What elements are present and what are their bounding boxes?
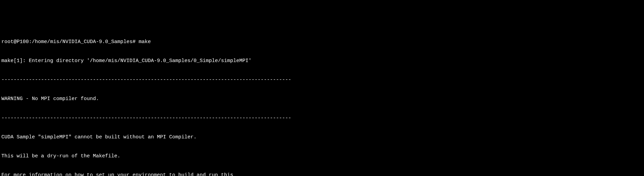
terminal-line: CUDA Sample "simpleMPI" cannot be built … bbox=[1, 134, 643, 141]
terminal-line: For more information on how to set up yo… bbox=[1, 172, 643, 176]
terminal-line: This will be a dry-run of the Makefile. bbox=[1, 153, 643, 160]
terminal-line: ----------------------------------------… bbox=[1, 77, 643, 83]
terminal-output[interactable]: root@P100:/home/mis/NVIDIA_CUDA-9.0_Samp… bbox=[1, 26, 643, 176]
terminal-line: WARNING - No MPI compiler found. bbox=[1, 96, 643, 102]
terminal-line: make[1]: Entering directory '/home/mis/N… bbox=[1, 58, 643, 64]
terminal-line: root@P100:/home/mis/NVIDIA_CUDA-9.0_Samp… bbox=[1, 39, 643, 45]
terminal-line: ----------------------------------------… bbox=[1, 115, 643, 122]
